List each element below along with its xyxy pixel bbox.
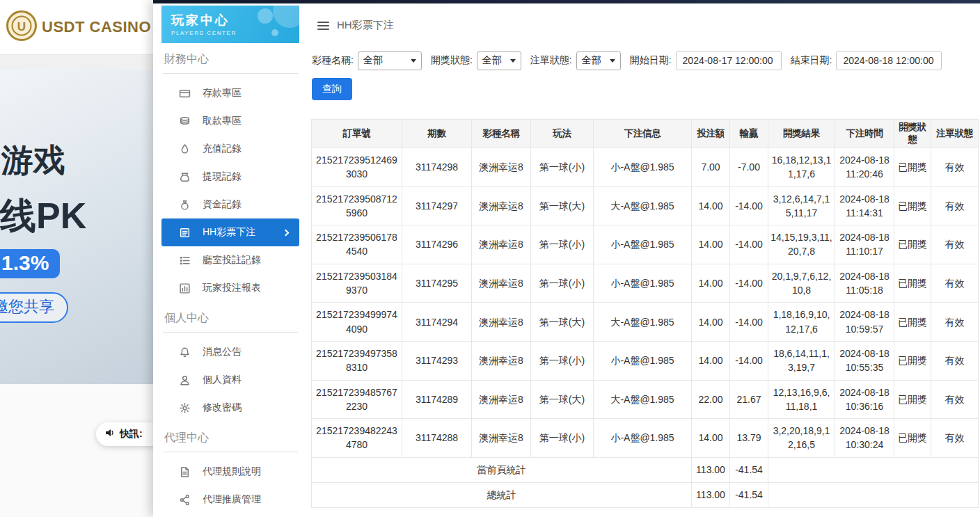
- draw-status-value: 全部: [482, 54, 502, 67]
- search-button[interactable]: 查詢: [312, 78, 352, 100]
- banner-share-pill[interactable]: 邀您共享: [0, 292, 68, 323]
- sidebar-header: 玩家中心 PLAYERS CENTER: [161, 6, 299, 43]
- summary-label: 當前頁統計: [312, 457, 692, 482]
- lottery-name-label: 彩種名稱:: [312, 54, 354, 67]
- sidebar-item-change-password[interactable]: 修改密碼: [161, 394, 299, 422]
- table-cell: 22.00: [692, 380, 730, 419]
- table-row: 215217239482243478031174288澳洲幸运8第一球(小)小-…: [312, 419, 979, 458]
- table-cell: 14.00: [692, 419, 730, 458]
- table-cell: 2152172395124693030: [312, 148, 402, 187]
- table-cell: 第一球(大): [531, 186, 594, 225]
- summary-bet-total: 113.00: [692, 457, 730, 482]
- sidebar-item-hh-lottery-bets[interactable]: HH彩票下注: [161, 218, 299, 246]
- lottery-name-select[interactable]: 全部: [358, 51, 422, 70]
- table-row: 215217239499974409031174294澳洲幸运8第一球(大)大-…: [312, 303, 979, 342]
- sidebar-item-deposit[interactable]: 存款專區: [161, 79, 299, 107]
- table-cell: 澳洲幸运8: [472, 303, 531, 342]
- column-header: 輸贏: [730, 120, 768, 148]
- column-header: 開獎結果: [768, 120, 835, 148]
- content-topbar: HH彩票下注: [310, 3, 980, 32]
- sidebar-item-player-report[interactable]: 玩家投注報表: [161, 274, 299, 302]
- sidebar-item-withdraw[interactable]: 取款專區: [161, 107, 299, 135]
- table-cell: 31174298: [402, 148, 472, 187]
- table-cell: 2152172395031849370: [312, 264, 402, 303]
- table-cell: 2152172394857672230: [312, 380, 402, 419]
- table-cell: 3,12,6,14,7,15,11,17: [768, 186, 835, 225]
- table-cell: 2152172395087125960: [312, 186, 402, 225]
- table-cell: 第一球(小): [531, 225, 594, 264]
- table-cell: 2024-08-18 11:10:17: [835, 225, 894, 264]
- column-header: 下注信息: [594, 120, 692, 148]
- table-cell: 2024-08-18 11:20:46: [835, 148, 894, 187]
- table-cell: 31174293: [402, 341, 472, 380]
- table-cell: 有效: [931, 419, 979, 458]
- bank-card-icon: [179, 88, 191, 100]
- bullet-list-icon: [179, 255, 191, 267]
- ticker-label: 快訊:: [120, 428, 143, 440]
- table-cell: 7.00: [692, 148, 730, 187]
- banner-text-line2: 线PK: [0, 192, 86, 241]
- bet-status-select[interactable]: 全部: [576, 51, 621, 70]
- bet-status-value: 全部: [582, 54, 601, 67]
- table-cell: 2024-08-18 10:30:24: [835, 419, 894, 458]
- start-date-label: 開始日期:: [630, 54, 672, 67]
- user-icon: [179, 374, 191, 386]
- table-cell: 31174294: [402, 303, 472, 342]
- column-header: 訂單號: [312, 120, 402, 148]
- site-logo-text: USDT CASINO: [42, 18, 151, 36]
- filter-bar: 彩種名稱: 全部 開獎狀態: 全部 注單狀態: 全部 開始日期: 結束日期:: [312, 51, 980, 70]
- sidebar-item-label: HH彩票下注: [203, 226, 255, 239]
- table-cell: -14.00: [730, 341, 768, 380]
- table-cell: 2152172394973588310: [312, 341, 402, 380]
- table-cell: 31174297: [402, 186, 472, 225]
- section-title-agent: 代理中心: [163, 422, 298, 452]
- table-cell: -7.00: [730, 148, 768, 187]
- sidebar-item-label: 代理推廣管理: [203, 493, 261, 506]
- table-cell: 澳洲幸运8: [472, 419, 531, 458]
- sidebar-item-agent-promotion[interactable]: 代理推廣管理: [161, 486, 299, 514]
- table-cell: 小-A盤@1.985: [594, 419, 692, 458]
- table-cell: 小-A盤@1.985: [594, 264, 692, 303]
- sidebar-item-cashout-records[interactable]: 提現記錄: [161, 163, 299, 191]
- table-cell: 14.00: [692, 303, 730, 342]
- bar-chart-icon: [179, 283, 191, 294]
- sidebar-item-agent-rules[interactable]: 代理規則說明: [161, 458, 299, 486]
- column-header: 玩法: [531, 120, 594, 148]
- sidebar-item-funds-records[interactable]: 資金記錄: [161, 191, 299, 218]
- draw-status-select[interactable]: 全部: [477, 51, 521, 70]
- end-date-input[interactable]: [836, 51, 942, 70]
- decoration-bubble: [271, 29, 278, 36]
- sidebar-item-recharge-records[interactable]: 充值記錄: [161, 135, 299, 163]
- menu-toggle-icon[interactable]: [317, 22, 329, 30]
- draw-status-label: 開獎狀態:: [431, 54, 473, 67]
- bell-icon: [179, 347, 191, 358]
- table-cell: 大-A盤@1.985: [594, 186, 692, 225]
- sidebar-item-announcements[interactable]: 消息公告: [161, 338, 299, 366]
- sidebar-item-label: 修改密碼: [203, 401, 242, 414]
- table-cell: -14.00: [730, 303, 768, 342]
- table-cell: 14.00: [692, 341, 730, 380]
- table-row: 215217239485767223031174289澳洲幸运8第一球(大)大-…: [312, 380, 979, 419]
- sidebar-item-label: 玩家投注報表: [203, 282, 261, 294]
- sidebar-item-hall-bet-records[interactable]: 廳室投註記錄: [161, 246, 299, 274]
- sidebar-item-label: 資金記錄: [203, 198, 242, 211]
- page-title: HH彩票下注: [337, 19, 394, 32]
- coins-icon: [179, 116, 191, 127]
- table-cell: 已開獎: [894, 225, 931, 264]
- nav-strip: [0, 54, 153, 70]
- table-cell: 小-A盤@1.985: [594, 148, 692, 187]
- sidebar-item-profile[interactable]: 個人資料: [161, 366, 299, 394]
- table-cell: 第一球(小): [531, 419, 594, 458]
- table-cell: 已開獎: [894, 380, 931, 419]
- start-date-input[interactable]: [676, 51, 782, 70]
- share-icon: [179, 494, 191, 506]
- summary-row: 當前頁統計113.00-41.54: [312, 457, 979, 482]
- banner-rate-badge: 1.3%: [0, 249, 60, 278]
- table-cell: 31174295: [402, 264, 472, 303]
- table-cell: -14.00: [730, 264, 768, 303]
- summary-empty: [768, 482, 979, 507]
- table-cell: 18,6,14,11,1,3,19,7: [768, 341, 835, 380]
- table-cell: 31174288: [402, 419, 472, 458]
- table-cell: 第一球(大): [531, 380, 594, 419]
- table-cell: 第一球(小): [531, 148, 594, 187]
